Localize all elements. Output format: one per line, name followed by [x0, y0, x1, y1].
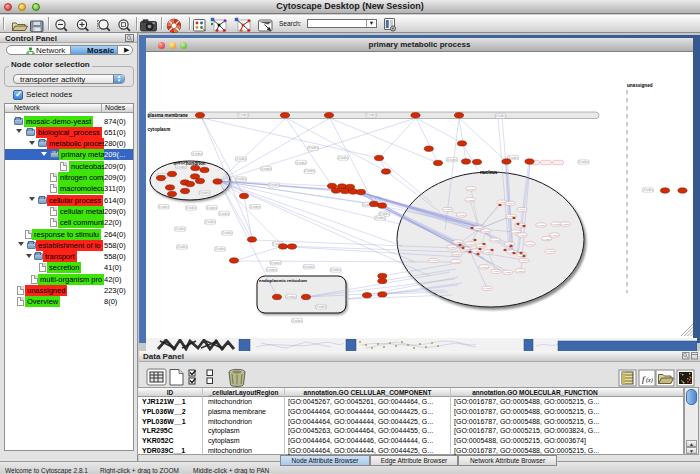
svg-text:(4 node): (4 node): [467, 188, 476, 191]
svg-text:(4 node): (4 node): [561, 223, 570, 226]
svg-text:(4 nodes): (4 nodes): [304, 169, 315, 173]
svg-text:(4 node): (4 node): [448, 246, 457, 249]
svg-text:(4 node): (4 node): [550, 234, 559, 237]
svg-text:(4 node): (4 node): [520, 259, 529, 262]
svg-text:plasma membrane: plasma membrane: [148, 113, 189, 118]
svg-text:(4 node): (4 node): [466, 199, 475, 202]
svg-text:(x): (x): [646, 377, 653, 384]
svg-text:(4 node): (4 node): [542, 238, 551, 241]
svg-text:(4 node): (4 node): [503, 271, 512, 274]
svg-text:cytoplasm: cytoplasm: [148, 127, 171, 132]
svg-text:(4 nodes): (4 nodes): [177, 245, 188, 249]
svg-text:(4 node): (4 node): [443, 208, 452, 211]
svg-text:(4 node): (4 node): [516, 270, 525, 273]
svg-text:(4 nodes): (4 nodes): [236, 177, 247, 181]
svg-text:(4 nodes): (4 nodes): [215, 247, 226, 251]
svg-text:(4 nodes): (4 nodes): [375, 216, 386, 220]
svg-text:(4 nodes): (4 nodes): [250, 205, 261, 209]
svg-text:(4 node): (4 node): [552, 223, 561, 226]
svg-text:(4 node): (4 node): [537, 224, 546, 227]
svg-text:(4 node): (4 node): [491, 239, 500, 242]
svg-text:(4 nodes): (4 nodes): [316, 305, 327, 309]
svg-text:(4 nodes): (4 nodes): [366, 113, 377, 117]
svg-text:(4 nodes): (4 nodes): [296, 161, 307, 165]
svg-text:(4 node): (4 node): [484, 251, 493, 254]
svg-text:(4 node): (4 node): [506, 202, 515, 205]
svg-text:unassigned: unassigned: [627, 83, 653, 88]
svg-text:(4 nodes): (4 nodes): [236, 157, 247, 161]
svg-text:(4 nodes): (4 nodes): [192, 152, 203, 156]
svg-text:(4 nodes): (4 nodes): [186, 206, 197, 210]
svg-text:(4 node): (4 node): [466, 243, 475, 246]
svg-text:(4 nodes): (4 nodes): [447, 158, 458, 162]
svg-text:(4 nodes): (4 nodes): [270, 261, 281, 265]
svg-text:(4 nodes): (4 nodes): [269, 183, 280, 187]
svg-text:(4 nodes): (4 nodes): [292, 319, 303, 323]
svg-text:(4 nodes): (4 nodes): [578, 160, 589, 164]
svg-text:(4 nodes): (4 nodes): [303, 265, 314, 269]
svg-text:(4 node): (4 node): [452, 261, 461, 264]
svg-text:(4 nodes): (4 nodes): [199, 191, 210, 195]
svg-text:(4 node): (4 node): [518, 234, 527, 237]
svg-text:endoplasmic reticulum: endoplasmic reticulum: [259, 278, 307, 283]
svg-text:(4 nodes): (4 nodes): [206, 206, 217, 210]
svg-text:(4 nodes): (4 nodes): [338, 156, 349, 160]
svg-text:(4 node): (4 node): [492, 270, 501, 273]
svg-text:(4 node): (4 node): [480, 266, 489, 269]
svg-text:(4 nodes): (4 nodes): [175, 227, 186, 231]
svg-text:(4 node): (4 node): [482, 230, 491, 233]
svg-text:(4 node): (4 node): [518, 208, 527, 211]
svg-text:(4 nodes): (4 nodes): [286, 295, 297, 299]
svg-text:(4 node): (4 node): [477, 245, 486, 248]
svg-text:(4 nodes): (4 nodes): [266, 268, 277, 272]
svg-text:(4 nodes): (4 nodes): [643, 188, 654, 192]
svg-text:(4 nodes): (4 nodes): [158, 205, 169, 209]
svg-text:(4 nodes): (4 nodes): [222, 231, 233, 235]
svg-text:(4 node): (4 node): [483, 287, 492, 290]
svg-text:(4 node): (4 node): [453, 253, 462, 256]
svg-text:(4 nodes): (4 nodes): [495, 114, 506, 118]
svg-text:(4 nodes): (4 nodes): [308, 146, 319, 150]
svg-text:(4 nodes): (4 nodes): [219, 212, 230, 216]
svg-text:nucleus: nucleus: [480, 170, 498, 175]
svg-text:(4 node): (4 node): [454, 241, 463, 244]
svg-text:(4 nodes): (4 nodes): [261, 167, 272, 171]
svg-text:(4 nodes): (4 nodes): [176, 165, 187, 169]
svg-text:(4 node): (4 node): [429, 259, 438, 262]
svg-text:(4 node): (4 node): [457, 214, 466, 217]
svg-text:(4 nodes): (4 nodes): [330, 268, 341, 272]
svg-text:(4 node): (4 node): [472, 250, 481, 253]
svg-text:(4 node): (4 node): [474, 227, 483, 230]
svg-text:(4 nodes): (4 nodes): [205, 220, 216, 224]
svg-text:(4 nodes): (4 nodes): [238, 113, 249, 117]
svg-text:(4 node): (4 node): [526, 243, 535, 246]
svg-text:(4 nodes): (4 nodes): [379, 212, 390, 216]
svg-text:(4 node): (4 node): [546, 250, 555, 253]
